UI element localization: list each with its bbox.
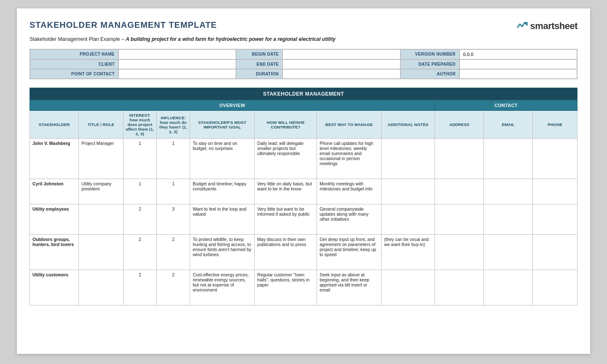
col-header-stakeholder: STAKEHOLDER bbox=[30, 111, 79, 139]
cell-title bbox=[79, 270, 124, 305]
cell-notes bbox=[381, 139, 435, 179]
cell-stakeholder: John V. Mashberg bbox=[30, 139, 79, 179]
col-header-title: TITLE / ROLE bbox=[79, 111, 124, 139]
label-client: CLIENT bbox=[30, 59, 118, 69]
cell-contribute: Regular customer "town halls", questions… bbox=[255, 270, 317, 305]
cell-title bbox=[79, 204, 124, 235]
cell-interest: 2 bbox=[123, 270, 156, 305]
cell-goal: To stay on time and on budget; no surpri… bbox=[190, 139, 255, 179]
cell-stakeholder: Utility employees bbox=[30, 204, 79, 235]
cell-address bbox=[435, 270, 483, 305]
cell-title: Project Manager bbox=[79, 139, 124, 179]
page-header: STAKEHOLDER MANAGEMENT TEMPLATE smartshe… bbox=[30, 20, 577, 32]
cell-goal: Cost-effective energy prices; renewable … bbox=[190, 270, 255, 305]
cell-manage: Monthly meetings with milestones and bud… bbox=[317, 179, 381, 204]
cell-email bbox=[484, 270, 533, 305]
cell-contribute: Very little but want to be informed if a… bbox=[255, 204, 317, 235]
col-header-influence: INFLUENCE: how much do they have? (1, 2,… bbox=[156, 111, 190, 139]
cell-notes bbox=[381, 179, 435, 204]
cell-phone bbox=[533, 204, 577, 235]
cell-manage: Phone call updates for high level milest… bbox=[317, 139, 381, 179]
value-author[interactable] bbox=[459, 69, 577, 79]
logo-text: smartsheet bbox=[530, 21, 577, 32]
stakeholder-table: STAKEHOLDER MANAGEMENT OVERVIEW CONTACT … bbox=[30, 88, 577, 305]
col-header-goal: STAKEHOLDER'S MOST IMPORTANT GOAL bbox=[190, 111, 255, 139]
cell-stakeholder: Utility customers bbox=[30, 270, 79, 305]
cell-interest: 2 bbox=[123, 204, 156, 235]
table-group-header-row: OVERVIEW CONTACT bbox=[30, 100, 577, 111]
cell-interest: 1 bbox=[123, 179, 156, 204]
cell-contribute: Very little on daily basis, but want to … bbox=[255, 179, 317, 204]
cell-influence: 3 bbox=[156, 204, 190, 235]
table-row: Cyril JohnstonUtility company president1… bbox=[30, 179, 577, 204]
label-version-number: VERSION NUMBER bbox=[400, 49, 459, 59]
cell-email bbox=[484, 139, 533, 179]
cell-stakeholder: Cyril Johnston bbox=[30, 179, 79, 204]
value-version-number[interactable]: 0.0.0 bbox=[459, 49, 577, 59]
meta-grid: PROJECT NAME BEGIN DATE VERSION NUMBER 0… bbox=[30, 49, 577, 79]
table-row: Utility employees23Want to feel in the l… bbox=[30, 204, 577, 235]
col-header-notes: ADDITIONAL NOTES bbox=[381, 111, 435, 139]
cell-phone bbox=[533, 270, 577, 305]
label-date-prepared: DATE PREPARED bbox=[400, 59, 459, 69]
label-end-date: END DATE bbox=[236, 59, 282, 69]
cell-address bbox=[435, 235, 483, 270]
cell-title: Utility company president bbox=[79, 179, 124, 204]
cell-manage: Seek input as above at beginning, and th… bbox=[317, 270, 381, 305]
cell-notes bbox=[381, 204, 435, 235]
cell-phone bbox=[533, 179, 577, 204]
col-header-phone: PHONE bbox=[533, 111, 577, 139]
cell-contribute: Daily lead; will delegate smaller projec… bbox=[255, 139, 317, 179]
cell-goal: To protect wildlife, to keep hunting and… bbox=[190, 235, 255, 270]
label-project-name: PROJECT NAME bbox=[30, 49, 118, 59]
cell-email bbox=[484, 179, 533, 204]
contact-header: CONTACT bbox=[435, 100, 577, 111]
cell-manage: General companywide updates along with m… bbox=[317, 204, 381, 235]
label-point-of-contact: POINT OF CONTACT bbox=[30, 69, 118, 79]
cell-contribute: May discuss in their own publications an… bbox=[255, 235, 317, 270]
cell-email bbox=[484, 235, 533, 270]
cell-address bbox=[435, 204, 483, 235]
cell-phone bbox=[533, 235, 577, 270]
value-client[interactable] bbox=[118, 59, 236, 69]
table-section-header-row: STAKEHOLDER MANAGEMENT bbox=[30, 88, 577, 100]
cell-interest: 1 bbox=[123, 139, 156, 179]
page: STAKEHOLDER MANAGEMENT TEMPLATE smartshe… bbox=[17, 8, 590, 354]
cell-title bbox=[79, 235, 124, 270]
value-project-name[interactable] bbox=[118, 49, 236, 59]
table-row: Outdoors groups, hunters, bird lovers22T… bbox=[30, 235, 577, 270]
table-col-header-row: STAKEHOLDER TITLE / ROLE INTEREST: how m… bbox=[30, 111, 577, 139]
value-point-of-contact[interactable] bbox=[118, 69, 236, 79]
cell-email bbox=[484, 204, 533, 235]
value-date-prepared[interactable] bbox=[459, 59, 577, 69]
cell-manage: Get deep input up front, and agreement o… bbox=[317, 235, 381, 270]
table-row: Utility customers22Cost-effective energy… bbox=[30, 270, 577, 305]
col-header-interest: INTEREST: how much does project affect t… bbox=[123, 111, 156, 139]
cell-influence: 1 bbox=[156, 139, 190, 179]
cell-notes: (they can be vocal and we want their buy… bbox=[381, 235, 435, 270]
cell-goal: Budget and timeline; happy constituents bbox=[190, 179, 255, 204]
col-header-address: ADDRESS bbox=[435, 111, 483, 139]
subtitle: Stakeholder Management Plan Example – A … bbox=[30, 36, 577, 42]
table-row: John V. MashbergProject Manager11To stay… bbox=[30, 139, 577, 179]
logo-icon bbox=[516, 20, 528, 32]
cell-notes bbox=[381, 270, 435, 305]
value-end-date[interactable] bbox=[282, 59, 400, 69]
cell-address bbox=[435, 179, 483, 204]
cell-interest: 2 bbox=[123, 235, 156, 270]
col-header-email: EMAIL bbox=[484, 111, 533, 139]
label-begin-date: BEGIN DATE bbox=[236, 49, 282, 59]
cell-influence: 1 bbox=[156, 179, 190, 204]
col-header-manage: BEST WAY TO MANAGE bbox=[317, 111, 381, 139]
cell-influence: 2 bbox=[156, 235, 190, 270]
cell-address bbox=[435, 139, 483, 179]
label-author: AUTHOR bbox=[400, 69, 459, 79]
overview-header: OVERVIEW bbox=[30, 100, 435, 111]
value-duration[interactable] bbox=[282, 69, 400, 79]
cell-phone bbox=[533, 139, 577, 179]
section-header: STAKEHOLDER MANAGEMENT bbox=[30, 88, 577, 100]
page-title: STAKEHOLDER MANAGEMENT TEMPLATE bbox=[30, 20, 217, 30]
col-header-contribute: HOW WILL HE/SHE CONTRIBUTE? bbox=[255, 111, 317, 139]
value-begin-date[interactable] bbox=[282, 49, 400, 59]
cell-stakeholder: Outdoors groups, hunters, bird lovers bbox=[30, 235, 79, 270]
